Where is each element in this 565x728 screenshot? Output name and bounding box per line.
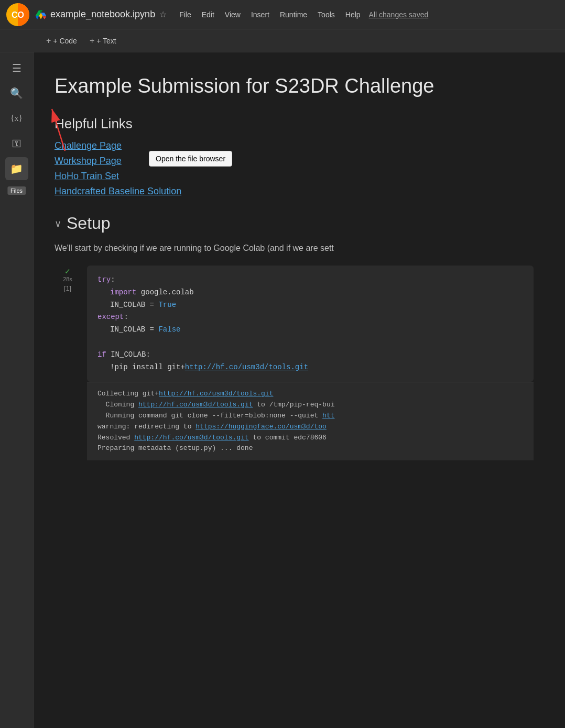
setup-section: ∨ Setup We'll start by checking if we ar… <box>55 214 534 460</box>
add-code-button[interactable]: + + Code <box>42 34 81 48</box>
files-tooltip: Files <box>7 186 26 195</box>
link-list: Challenge Page Workshop Page HoHo Train … <box>55 140 534 197</box>
file-name-label: example_notebook.ipynb <box>50 9 155 20</box>
cell-check-icon: ✓ <box>64 268 71 275</box>
file-name-area: example_notebook.ipynb ☆ <box>36 9 167 20</box>
cell-number: [1] <box>64 284 71 292</box>
setup-heading: Setup <box>67 214 111 233</box>
challenge-page-link[interactable]: Challenge Page <box>55 140 122 151</box>
main-layout: ☰ 🔍 {x} ⚿ 📁 Files Example Submission for… <box>0 52 565 728</box>
sidebar: ☰ 🔍 {x} ⚿ 📁 Files <box>0 52 34 728</box>
search-icon: 🔍 <box>10 87 23 100</box>
plus-code-icon: + <box>46 36 51 46</box>
sidebar-icon-secrets[interactable]: ⚿ <box>5 132 28 155</box>
colab-logo: CO <box>6 3 29 26</box>
baseline-link[interactable]: Handcrafted Baseline Solution <box>55 186 181 196</box>
section-title-row: ∨ Setup <box>55 214 534 233</box>
code-line: !pip install git+http://hf.co/usm3d/tool… <box>110 361 523 374</box>
code-line: import google.colab <box>110 286 523 299</box>
plus-text-icon: + <box>90 36 94 46</box>
menu-help[interactable]: Help <box>341 8 365 21</box>
chevron-down-icon[interactable]: ∨ <box>55 218 61 229</box>
workshop-page-link[interactable]: Workshop Page <box>55 156 122 166</box>
list-item: Challenge Page <box>55 140 534 151</box>
star-icon[interactable]: ☆ <box>159 9 167 19</box>
add-code-label: + Code <box>53 37 77 45</box>
menu-view[interactable]: View <box>221 8 245 21</box>
variables-icon: {x} <box>10 114 23 123</box>
menu-insert[interactable]: Insert <box>247 8 274 21</box>
annotation-container: Challenge Page Workshop Page HoHo Train … <box>55 140 534 197</box>
file-browser-tooltip: Open the file browser <box>149 151 232 167</box>
add-text-button[interactable]: + + Text <box>85 34 121 48</box>
all-changes-saved: All changes saved <box>369 10 429 19</box>
output-line: Resolved http://hf.co/usm3d/tools.git to… <box>97 433 523 444</box>
drive-icon <box>36 10 46 19</box>
code-cell: ✓ 28s [1] try: import google.colab IN_CO… <box>55 266 534 382</box>
sidebar-icon-files[interactable]: 📁 Files <box>5 157 28 180</box>
output-line: Running command git clone --filter=blob:… <box>97 411 523 422</box>
code-line: try: <box>97 274 523 286</box>
output-line: Collecting git+http://hf.co/usm3d/tools.… <box>97 389 523 400</box>
top-bar: CO example_notebook.ipynb ☆ File Edit Vi… <box>0 0 565 29</box>
menu-edit[interactable]: Edit <box>198 8 219 21</box>
menu-tools[interactable]: Tools <box>313 8 339 21</box>
notebook-title: Example Submission for S23DR Challenge <box>55 73 534 99</box>
code-line: if IN_COLAB: <box>97 349 523 361</box>
hoho-train-link[interactable]: HoHo Train Set <box>55 171 119 181</box>
list-item: Workshop Page <box>55 156 534 167</box>
code-line: IN_COLAB = True <box>110 299 523 312</box>
svg-text:CO: CO <box>12 10 24 19</box>
add-text-label: + Text <box>96 37 116 45</box>
toolbar: + + Code + + Text <box>0 29 565 52</box>
code-block[interactable]: try: import google.colab IN_COLAB = True… <box>87 266 534 382</box>
files-folder-icon: 📁 <box>10 162 23 175</box>
setup-prose: We'll start by checking if we are runnin… <box>55 241 534 255</box>
output-line: warning: redirecting to https://huggingf… <box>97 422 523 433</box>
helpful-links-heading: Helpful Links <box>55 116 534 132</box>
code-line: except: <box>97 311 523 324</box>
code-line: IN_COLAB = False <box>110 324 523 336</box>
list-item: Handcrafted Baseline Solution <box>55 186 534 197</box>
menu-bar: File Edit View Insert Runtime Tools Help… <box>175 8 559 21</box>
output-line: Preparing metadata (setup.py) ... done <box>97 443 523 454</box>
cell-time: 28s <box>63 276 72 282</box>
output-line: Cloning http://hf.co/usm3d/tools.git to … <box>97 400 523 411</box>
sidebar-icon-variables[interactable]: {x} <box>5 107 28 130</box>
sidebar-icon-menu[interactable]: ☰ <box>5 57 28 80</box>
menu-file[interactable]: File <box>175 8 195 21</box>
menu-lines-icon: ☰ <box>12 62 21 74</box>
secrets-icon: ⚿ <box>12 138 21 149</box>
output-block: Collecting git+http://hf.co/usm3d/tools.… <box>87 382 534 460</box>
sidebar-icon-search[interactable]: 🔍 <box>5 82 28 105</box>
list-item: HoHo Train Set <box>55 171 534 182</box>
notebook-content: Example Submission for S23DR Challenge H… <box>34 52 565 728</box>
menu-runtime[interactable]: Runtime <box>276 8 311 21</box>
cell-gutter: ✓ 28s [1] <box>55 266 81 382</box>
